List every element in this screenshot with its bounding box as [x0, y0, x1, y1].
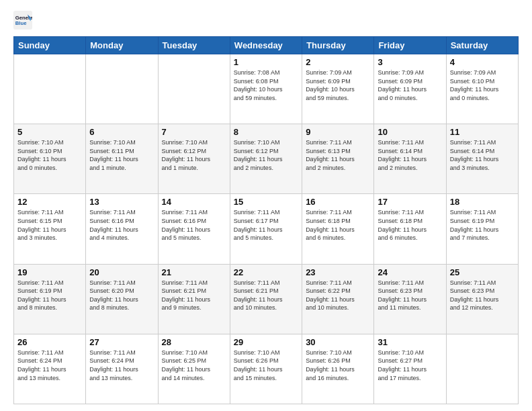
day-cell: 19Sunrise: 7:11 AM Sunset: 6:19 PM Dayli…	[14, 264, 86, 334]
day-info: Sunrise: 7:11 AM Sunset: 6:17 PM Dayligh…	[234, 208, 298, 242]
week-row-2: 5Sunrise: 7:10 AM Sunset: 6:10 PM Daylig…	[14, 124, 519, 194]
day-number: 10	[378, 127, 442, 137]
day-cell: 25Sunrise: 7:11 AM Sunset: 6:23 PM Dayli…	[446, 264, 518, 334]
day-number: 21	[162, 267, 226, 277]
header: General Blue	[13, 11, 519, 30]
day-number: 8	[234, 127, 298, 137]
day-number: 14	[162, 197, 226, 207]
day-number: 7	[162, 127, 226, 137]
day-cell: 2Sunrise: 7:09 AM Sunset: 6:09 PM Daylig…	[302, 54, 374, 124]
day-cell: 17Sunrise: 7:11 AM Sunset: 6:18 PM Dayli…	[374, 194, 446, 264]
day-number: 1	[234, 57, 298, 67]
day-number: 9	[306, 127, 370, 137]
day-info: Sunrise: 7:11 AM Sunset: 6:14 PM Dayligh…	[378, 138, 442, 172]
day-cell: 10Sunrise: 7:11 AM Sunset: 6:14 PM Dayli…	[374, 124, 446, 194]
day-cell: 27Sunrise: 7:11 AM Sunset: 6:24 PM Dayli…	[86, 334, 158, 404]
day-info: Sunrise: 7:11 AM Sunset: 6:14 PM Dayligh…	[450, 138, 515, 172]
week-row-5: 26Sunrise: 7:11 AM Sunset: 6:24 PM Dayli…	[14, 334, 519, 404]
day-number: 11	[450, 127, 515, 137]
day-cell: 5Sunrise: 7:10 AM Sunset: 6:10 PM Daylig…	[14, 124, 86, 194]
day-info: Sunrise: 7:11 AM Sunset: 6:23 PM Dayligh…	[450, 279, 515, 312]
day-cell: 28Sunrise: 7:10 AM Sunset: 6:25 PM Dayli…	[158, 334, 230, 404]
day-header-row: SundayMondayTuesdayWednesdayThursdayFrid…	[14, 37, 519, 54]
day-cell: 22Sunrise: 7:11 AM Sunset: 6:21 PM Dayli…	[230, 264, 302, 334]
day-header-sunday: Sunday	[14, 37, 86, 54]
day-number: 20	[89, 267, 154, 277]
day-info: Sunrise: 7:11 AM Sunset: 6:16 PM Dayligh…	[162, 208, 226, 242]
day-info: Sunrise: 7:09 AM Sunset: 6:09 PM Dayligh…	[306, 68, 370, 102]
day-cell: 6Sunrise: 7:10 AM Sunset: 6:11 PM Daylig…	[86, 124, 158, 194]
day-cell: 20Sunrise: 7:11 AM Sunset: 6:20 PM Dayli…	[86, 264, 158, 334]
day-info: Sunrise: 7:10 AM Sunset: 6:25 PM Dayligh…	[162, 349, 226, 382]
day-number: 28	[162, 337, 226, 347]
day-info: Sunrise: 7:11 AM Sunset: 6:24 PM Dayligh…	[89, 349, 154, 382]
calendar-page: General Blue SundayMondayTuesdayWednesda…	[0, 0, 532, 411]
day-cell: 7Sunrise: 7:10 AM Sunset: 6:12 PM Daylig…	[158, 124, 230, 194]
day-number: 26	[17, 337, 82, 347]
day-cell: 14Sunrise: 7:11 AM Sunset: 6:16 PM Dayli…	[158, 194, 230, 264]
day-cell: 1Sunrise: 7:08 AM Sunset: 6:08 PM Daylig…	[230, 54, 302, 124]
day-info: Sunrise: 7:11 AM Sunset: 6:18 PM Dayligh…	[306, 208, 370, 242]
day-cell	[86, 54, 158, 124]
day-cell: 29Sunrise: 7:10 AM Sunset: 6:26 PM Dayli…	[230, 334, 302, 404]
day-info: Sunrise: 7:11 AM Sunset: 6:24 PM Dayligh…	[17, 349, 82, 382]
day-info: Sunrise: 7:11 AM Sunset: 6:18 PM Dayligh…	[378, 208, 442, 242]
day-info: Sunrise: 7:10 AM Sunset: 6:27 PM Dayligh…	[378, 349, 442, 382]
day-header-thursday: Thursday	[302, 37, 374, 54]
day-header-friday: Friday	[374, 37, 446, 54]
calendar-table: SundayMondayTuesdayWednesdayThursdayFrid…	[13, 36, 519, 404]
day-number: 30	[306, 337, 370, 347]
day-cell: 16Sunrise: 7:11 AM Sunset: 6:18 PM Dayli…	[302, 194, 374, 264]
day-info: Sunrise: 7:11 AM Sunset: 6:22 PM Dayligh…	[306, 279, 370, 312]
day-number: 31	[378, 337, 442, 347]
day-info: Sunrise: 7:11 AM Sunset: 6:20 PM Dayligh…	[89, 279, 154, 312]
day-cell: 21Sunrise: 7:11 AM Sunset: 6:21 PM Dayli…	[158, 264, 230, 334]
day-cell: 9Sunrise: 7:11 AM Sunset: 6:13 PM Daylig…	[302, 124, 374, 194]
day-header-wednesday: Wednesday	[230, 37, 302, 54]
day-info: Sunrise: 7:10 AM Sunset: 6:11 PM Dayligh…	[89, 138, 154, 172]
day-number: 18	[450, 197, 515, 207]
day-info: Sunrise: 7:11 AM Sunset: 6:21 PM Dayligh…	[234, 279, 298, 312]
day-cell: 24Sunrise: 7:11 AM Sunset: 6:23 PM Dayli…	[374, 264, 446, 334]
svg-text:Blue: Blue	[15, 20, 27, 26]
logo: General Blue	[13, 11, 34, 30]
day-cell: 12Sunrise: 7:11 AM Sunset: 6:15 PM Dayli…	[14, 194, 86, 264]
day-header-monday: Monday	[86, 37, 158, 54]
day-info: Sunrise: 7:08 AM Sunset: 6:08 PM Dayligh…	[234, 68, 298, 102]
day-info: Sunrise: 7:11 AM Sunset: 6:13 PM Dayligh…	[306, 138, 370, 172]
day-info: Sunrise: 7:10 AM Sunset: 6:26 PM Dayligh…	[234, 349, 298, 382]
day-info: Sunrise: 7:10 AM Sunset: 6:12 PM Dayligh…	[234, 138, 298, 172]
day-cell	[158, 54, 230, 124]
day-info: Sunrise: 7:09 AM Sunset: 6:09 PM Dayligh…	[378, 68, 442, 102]
day-info: Sunrise: 7:11 AM Sunset: 6:21 PM Dayligh…	[162, 279, 226, 312]
day-cell: 30Sunrise: 7:10 AM Sunset: 6:26 PM Dayli…	[302, 334, 374, 404]
day-info: Sunrise: 7:09 AM Sunset: 6:10 PM Dayligh…	[450, 68, 515, 102]
day-number: 13	[89, 197, 154, 207]
day-number: 24	[378, 267, 442, 277]
day-cell: 31Sunrise: 7:10 AM Sunset: 6:27 PM Dayli…	[374, 334, 446, 404]
day-number: 25	[450, 267, 515, 277]
day-number: 4	[450, 57, 515, 67]
day-number: 6	[89, 127, 154, 137]
day-cell: 26Sunrise: 7:11 AM Sunset: 6:24 PM Dayli…	[14, 334, 86, 404]
day-cell: 13Sunrise: 7:11 AM Sunset: 6:16 PM Dayli…	[86, 194, 158, 264]
day-header-saturday: Saturday	[446, 37, 518, 54]
day-number: 17	[378, 197, 442, 207]
logo-icon: General Blue	[13, 11, 32, 30]
day-number: 2	[306, 57, 370, 67]
day-cell: 8Sunrise: 7:10 AM Sunset: 6:12 PM Daylig…	[230, 124, 302, 194]
day-info: Sunrise: 7:11 AM Sunset: 6:16 PM Dayligh…	[89, 208, 154, 242]
day-cell: 18Sunrise: 7:11 AM Sunset: 6:19 PM Dayli…	[446, 194, 518, 264]
week-row-4: 19Sunrise: 7:11 AM Sunset: 6:19 PM Dayli…	[14, 264, 519, 334]
day-info: Sunrise: 7:11 AM Sunset: 6:19 PM Dayligh…	[450, 208, 515, 242]
week-row-1: 1Sunrise: 7:08 AM Sunset: 6:08 PM Daylig…	[14, 54, 519, 124]
day-number: 15	[234, 197, 298, 207]
week-row-3: 12Sunrise: 7:11 AM Sunset: 6:15 PM Dayli…	[14, 194, 519, 264]
day-number: 19	[17, 267, 82, 277]
day-number: 12	[17, 197, 82, 207]
day-info: Sunrise: 7:10 AM Sunset: 6:26 PM Dayligh…	[306, 349, 370, 382]
day-number: 16	[306, 197, 370, 207]
day-number: 5	[17, 127, 82, 137]
day-cell: 15Sunrise: 7:11 AM Sunset: 6:17 PM Dayli…	[230, 194, 302, 264]
day-cell: 11Sunrise: 7:11 AM Sunset: 6:14 PM Dayli…	[446, 124, 518, 194]
